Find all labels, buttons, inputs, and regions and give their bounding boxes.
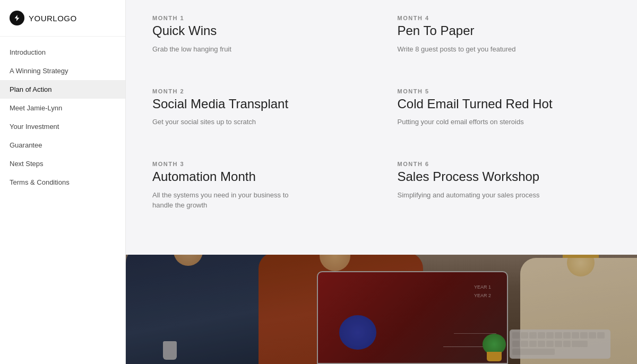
logo-icon [10, 11, 24, 25]
month-5-desc: Putting your cold email efforts on stero… [398, 117, 546, 127]
lightning-icon [13, 14, 21, 22]
month-block-3: MONTH 3 Automation Month All the systems… [152, 161, 366, 244]
sidebar-item-terms-conditions[interactable]: Terms & Conditions [0, 173, 125, 192]
month-1-label: MONTH 1 [152, 15, 366, 21]
sidebar-item-meet-jamie-lynn[interactable]: Meet Jamie-Lynn [0, 99, 125, 117]
logo-text: YOURLOGO [29, 14, 77, 23]
logo-area: YOURLOGO [0, 0, 125, 37]
main-content: MONTH 1 Quick Wins Grab the low hanging … [126, 0, 637, 364]
month-grid: MONTH 1 Quick Wins Grab the low hanging … [126, 0, 637, 255]
month-1-desc: Grab the low hanging fruit [152, 44, 301, 55]
month-6-label: MONTH 6 [398, 161, 611, 167]
sidebar-item-winning-strategy[interactable]: A Winning Strategy [0, 62, 125, 80]
logo-bold: YOUR [29, 14, 53, 23]
image-area: YEAR 1YEAR 2 [126, 255, 637, 364]
month-6-desc: Simplifying and automating your sales pr… [398, 190, 546, 201]
sidebar-item-next-steps[interactable]: Next Steps [0, 154, 125, 173]
month-block-5: MONTH 5 Cold Email Turned Red Hot Puttin… [398, 88, 611, 161]
month-block-1: MONTH 1 Quick Wins Grab the low hanging … [152, 15, 366, 88]
month-4-desc: Write 8 guest posts to get you featured [398, 44, 546, 55]
sidebar-item-guarantee[interactable]: Guarantee [0, 136, 125, 154]
logo-light: LOGO [53, 14, 76, 23]
month-block-6: MONTH 6 Sales Process Workshop Simplifyi… [398, 161, 611, 244]
month-2-label: MONTH 2 [152, 88, 366, 94]
nav-list: Introduction A Winning Strategy Plan of … [0, 43, 125, 364]
month-block-4: MONTH 4 Pen To Paper Write 8 guest posts… [398, 15, 611, 88]
team-photo: YEAR 1YEAR 2 [126, 255, 637, 364]
sidebar-item-introduction[interactable]: Introduction [0, 43, 125, 62]
month-2-title: Social Media Transplant [152, 97, 366, 112]
month-4-title: Pen To Paper [398, 23, 611, 39]
month-5-title: Cold Email Turned Red Hot [398, 97, 611, 112]
month-5-label: MONTH 5 [398, 88, 611, 94]
month-block-2: MONTH 2 Social Media Transplant Get your… [152, 88, 366, 161]
sidebar-item-your-investment[interactable]: Your Investment [0, 117, 125, 136]
month-6-title: Sales Process Workshop [398, 169, 611, 185]
sidebar: YOURLOGO Introduction A Winning Strategy… [0, 0, 126, 364]
month-3-title: Automation Month [152, 169, 366, 185]
month-3-label: MONTH 3 [152, 161, 366, 167]
month-3-desc: All the systems you need in your busines… [152, 190, 301, 211]
month-4-label: MONTH 4 [398, 15, 611, 21]
month-1-title: Quick Wins [152, 23, 366, 39]
sidebar-item-plan-of-action[interactable]: Plan of Action [0, 80, 125, 99]
month-2-desc: Get your social sites up to scratch [152, 117, 301, 127]
